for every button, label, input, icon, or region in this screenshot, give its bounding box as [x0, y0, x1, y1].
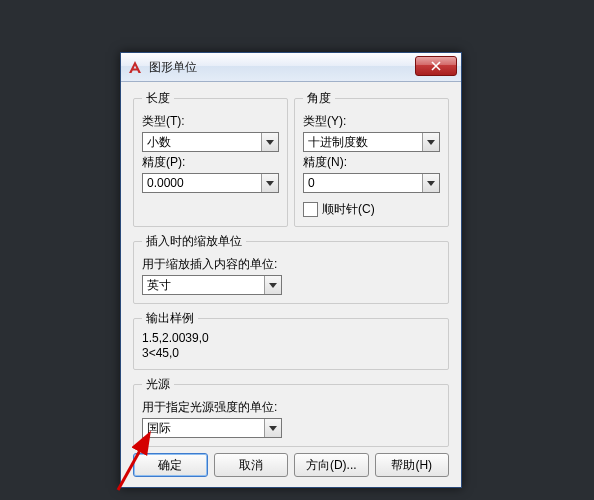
clockwise-label: 顺时针(C): [322, 201, 375, 218]
sample-group: 输出样例 1.5,2.0039,0 3<45,0: [133, 310, 449, 370]
angle-type-label: 类型(Y):: [303, 113, 440, 130]
titlebar[interactable]: 图形单位: [121, 53, 461, 82]
dialog-content: 长度 类型(T): 小数 精度(P): 0.0000 角度 类型(Y): 十进制…: [121, 82, 461, 487]
insert-scale-select[interactable]: 英寸: [142, 275, 282, 295]
help-button[interactable]: 帮助(H): [375, 453, 450, 477]
direction-button[interactable]: 方向(D)...: [294, 453, 369, 477]
sample-text: 1.5,2.0039,0 3<45,0: [142, 331, 440, 361]
close-button[interactable]: [415, 56, 457, 76]
length-precision-select[interactable]: 0.0000: [142, 173, 279, 193]
light-legend: 光源: [142, 376, 174, 393]
chevron-down-icon: [422, 133, 439, 151]
angle-precision-select[interactable]: 0: [303, 173, 440, 193]
length-precision-value: 0.0000: [147, 176, 184, 190]
length-group: 长度 类型(T): 小数 精度(P): 0.0000: [133, 90, 288, 227]
angle-type-select[interactable]: 十进制度数: [303, 132, 440, 152]
chevron-down-icon: [261, 174, 278, 192]
length-type-label: 类型(T):: [142, 113, 279, 130]
clockwise-checkbox[interactable]: [303, 202, 318, 217]
insert-scale-value: 英寸: [147, 277, 171, 294]
length-type-value: 小数: [147, 134, 171, 151]
angle-precision-label: 精度(N):: [303, 154, 440, 171]
button-row: 确定 取消 方向(D)... 帮助(H): [133, 453, 449, 477]
angle-precision-value: 0: [308, 176, 315, 190]
units-dialog: 图形单位 长度 类型(T): 小数 精度(P): 0.0000 角度: [120, 52, 462, 488]
light-value: 国际: [147, 420, 171, 437]
app-icon: [127, 59, 143, 75]
insert-scale-group: 插入时的缩放单位 用于缩放插入内容的单位: 英寸: [133, 233, 449, 304]
dialog-title: 图形单位: [149, 59, 197, 76]
light-group: 光源 用于指定光源强度的单位: 国际: [133, 376, 449, 447]
cancel-button[interactable]: 取消: [214, 453, 289, 477]
ok-button[interactable]: 确定: [133, 453, 208, 477]
angle-legend: 角度: [303, 90, 335, 107]
chevron-down-icon: [264, 276, 281, 294]
light-select[interactable]: 国际: [142, 418, 282, 438]
insert-scale-legend: 插入时的缩放单位: [142, 233, 246, 250]
chevron-down-icon: [422, 174, 439, 192]
length-precision-label: 精度(P):: [142, 154, 279, 171]
angle-group: 角度 类型(Y): 十进制度数 精度(N): 0 顺时针(C): [294, 90, 449, 227]
light-desc: 用于指定光源强度的单位:: [142, 399, 440, 416]
insert-scale-desc: 用于缩放插入内容的单位:: [142, 256, 440, 273]
length-legend: 长度: [142, 90, 174, 107]
sample-legend: 输出样例: [142, 310, 198, 327]
length-type-select[interactable]: 小数: [142, 132, 279, 152]
chevron-down-icon: [264, 419, 281, 437]
chevron-down-icon: [261, 133, 278, 151]
angle-type-value: 十进制度数: [308, 134, 368, 151]
